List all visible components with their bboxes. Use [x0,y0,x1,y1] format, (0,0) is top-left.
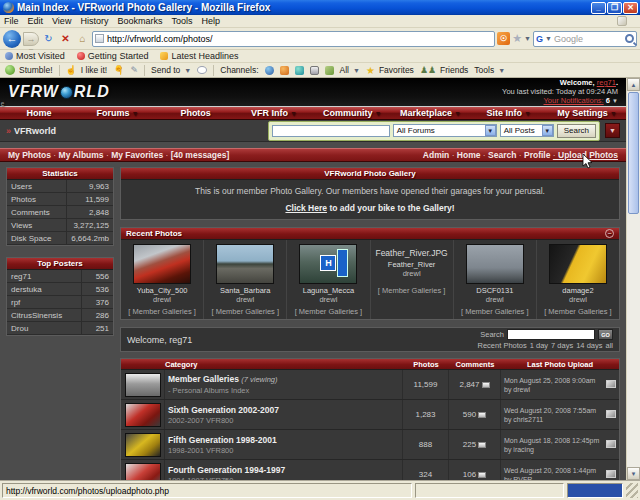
channel-icon[interactable] [280,66,289,75]
search-magnifier-icon[interactable] [625,34,634,43]
category-thumbnail[interactable] [125,373,161,397]
collapse-icon[interactable]: − [605,229,614,238]
broken-photo-alt-text[interactable]: Feather_River.JPG [373,249,451,258]
notifications-dropdown-icon[interactable]: ▼ [612,98,618,104]
photo-author-link[interactable]: drewl [289,295,367,304]
tools-button[interactable]: Tools ▼ [474,65,505,75]
photo-name-link[interactable]: Laguna_Mecca [289,286,367,295]
filter-7-days[interactable]: 7 days [551,340,573,351]
forum-search-input[interactable] [272,125,390,137]
scrollbar-thumb[interactable] [628,92,639,214]
nav-forums[interactable]: Forums▼ [78,108,156,118]
photo-author-link[interactable]: drewl [456,295,534,304]
photo-name-link[interactable]: Yuba_City_500 [123,286,201,295]
channel-icon[interactable] [310,66,319,75]
stumble-button[interactable]: Stumble! [5,65,53,75]
menu-edit[interactable]: Edit [28,16,44,26]
last-upload-photo-icon[interactable] [606,410,616,418]
photo-author-link[interactable]: drewl [206,295,284,304]
poster-name[interactable]: CitrusSinensis [7,311,81,320]
link-my-photos[interactable]: My Photos [8,150,51,160]
click-here-link[interactable]: Click Here [285,203,327,213]
back-button[interactable]: ← [3,30,21,48]
last-upload-photo-icon[interactable] [606,440,616,448]
photo-name-link[interactable]: Santa_Barbara [206,286,284,295]
channel-icon[interactable] [295,66,304,75]
link-search[interactable]: Search [483,150,517,160]
member-galleries-link[interactable]: [ Member Galleries ] [123,307,201,316]
nav-my-settings[interactable]: My Settings▼ [548,108,626,118]
photo-name-link[interactable]: Feather_River [373,260,451,269]
url-bar[interactable]: http://vfrworld.com/photos/ [92,31,495,47]
filter-1-day[interactable]: 1 day [530,340,548,351]
uploader-link[interactable]: by chris2711 [504,415,603,424]
close-button[interactable]: ✕ [623,2,638,14]
minimize-button[interactable]: _ [591,2,606,14]
search-options-dropdown[interactable]: ▼ [605,123,620,138]
category-link[interactable]: Sixth Generation 2002-2007 [168,405,399,415]
all-channels-button[interactable]: All ▼ [340,65,360,75]
chat-icon[interactable] [197,66,207,74]
go-button[interactable]: GO [598,329,613,340]
photo-thumbnail[interactable] [466,244,524,284]
vertical-scrollbar[interactable]: ▲ ▼ [626,78,640,480]
member-galleries-link[interactable]: [ Member Galleries ] [373,286,451,295]
category-thumbnail[interactable] [125,433,161,457]
uploader-link[interactable]: by RVFR [504,475,603,481]
link-messages[interactable]: [40 messages] [166,150,230,160]
last-upload-photo-icon[interactable] [606,470,616,478]
menu-history[interactable]: History [80,16,108,26]
google-logo-icon[interactable]: G [536,34,543,44]
category-thumbnail[interactable] [125,463,161,481]
poster-name[interactable]: Drou [7,324,81,333]
home-button[interactable]: ⌂ [75,31,90,46]
like-button[interactable]: ☝ I like it! [66,65,108,75]
uploader-link[interactable]: by iracing [504,445,603,454]
maximize-button[interactable]: ❐ [607,2,622,14]
category-thumbnail[interactable] [125,403,161,427]
link-profile[interactable]: Profile [519,150,551,160]
nav-vfr-info[interactable]: VFR Info▼ [235,108,313,118]
username-link[interactable]: reg71 [597,78,616,87]
photo-thumbnail[interactable] [549,244,607,284]
link-admin[interactable]: Admin [423,150,449,160]
member-galleries-link[interactable]: [ Member Galleries ] [456,307,534,316]
last-upload-photo-icon[interactable] [606,380,616,388]
nav-community[interactable]: Community▼ [313,108,391,118]
channel-icon[interactable] [265,66,274,75]
nav-site-info[interactable]: Site Info▼ [470,108,548,118]
site-logo[interactable]: VFRW RLD one world, one bike [8,83,110,101]
photo-search-input[interactable] [507,329,595,340]
menu-view[interactable]: View [52,16,71,26]
photo-author-link[interactable]: drewl [123,295,201,304]
rss-icon[interactable]: ☉ [497,32,510,45]
url-text[interactable]: http://vfrworld.com/photos/ [107,34,492,44]
category-link[interactable]: Fourth Generation 1994-1997 [168,465,399,475]
photo-thumbnail[interactable] [133,244,191,284]
category-sub-link[interactable]: - Personal Albums Index [168,386,399,395]
bookmark-latest-headlines[interactable]: Latest Headlines [160,51,238,61]
member-galleries-link[interactable]: [ Member Galleries ] [206,307,284,316]
menu-help[interactable]: Help [201,16,220,26]
bookmark-most-visited[interactable]: Most Visited [5,51,65,61]
photo-name-link[interactable]: damage2 [539,286,617,295]
menu-file[interactable]: File [4,16,19,26]
forum-scope-select[interactable]: All Forums ▼ [393,124,497,137]
friends-button[interactable]: ♟♟ Friends [420,65,468,75]
forward-button[interactable]: → ▾ [23,32,39,46]
bookmark-getting-started[interactable]: Getting Started [77,51,149,61]
nav-photos[interactable]: Photos [157,108,235,118]
link-home[interactable]: Home [452,150,481,160]
photo-name-link[interactable]: DSCF0131 [456,286,534,295]
member-galleries-link[interactable]: [ Member Galleries ] [289,307,367,316]
category-link[interactable]: Fifth Generation 1998-2001 [168,435,399,445]
pencil-icon[interactable]: ✎ [130,65,138,75]
poster-name[interactable]: rpf [7,298,81,307]
link-my-albums[interactable]: My Albums [53,150,103,160]
post-type-select[interactable]: All Posts ▼ [500,124,554,137]
bookmark-star-icon[interactable]: ★ [512,32,522,45]
nav-home[interactable]: Home [0,108,78,118]
resize-grip-icon[interactable] [626,483,638,498]
notifications-link[interactable]: Your Notifications: [544,96,604,105]
send-to-button[interactable]: Send to ▼ [151,65,191,75]
